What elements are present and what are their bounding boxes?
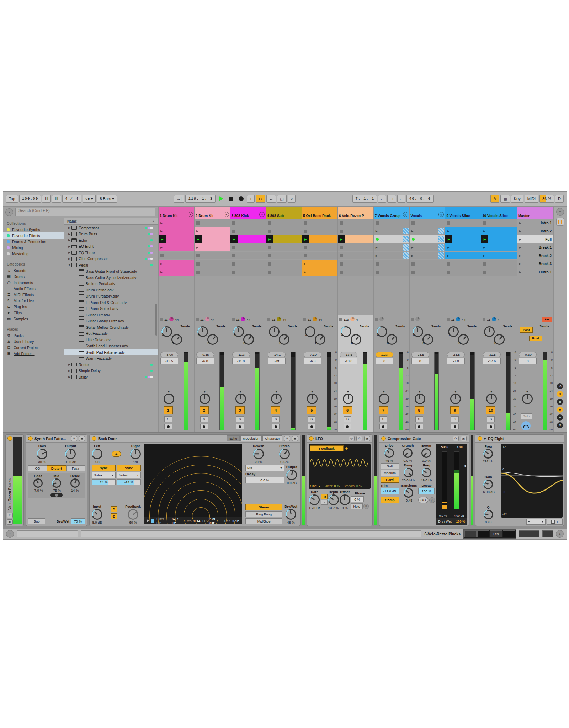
send-b-knob[interactable]: B [458, 334, 469, 345]
clip-slot[interactable]: ▶ [230, 235, 266, 243]
comp-button[interactable]: Comp [381, 497, 399, 503]
sidebar-item-instruments[interactable]: ◷Instruments [3, 279, 64, 285]
track-activator-button[interactable]: 8 [415, 406, 424, 414]
send-a-knob[interactable]: A [484, 326, 495, 337]
send-b-knob[interactable]: B [243, 334, 254, 345]
toggle-io[interactable]: IO [557, 383, 563, 389]
boom-value[interactable]: 0.0 % [422, 459, 431, 462]
rate-value[interactable]: 1.70 Hz [309, 506, 320, 510]
reverb-knob[interactable] [253, 449, 264, 459]
clip-slot[interactable] [410, 268, 445, 276]
track-badge-icon[interactable]: ▾ [224, 212, 229, 217]
track-activator-led[interactable] [7, 436, 12, 441]
mid-knob[interactable] [52, 478, 61, 488]
input-knob[interactable] [92, 509, 102, 520]
browser-folder-eq-three[interactable]: ▶EQ Three [64, 250, 158, 256]
track-activator-button[interactable]: 9 [450, 406, 459, 414]
eq-q-value[interactable]: 0.43 [485, 520, 492, 524]
clip-slot[interactable] [195, 260, 230, 268]
follow-button[interactable]: →| [174, 195, 185, 203]
volume-value[interactable]: -7.0 [447, 358, 465, 364]
track-activator-button[interactable]: 5 [307, 406, 316, 414]
caret-icon[interactable]: ▶ [67, 245, 71, 248]
sidebar-item-favourite-effects[interactable]: Favourite Effects [3, 232, 64, 239]
scene-menu-icon[interactable]: ≡ [556, 208, 564, 216]
caret-icon[interactable]: ▶ [67, 226, 71, 229]
clip-slot[interactable]: ▶ [481, 227, 517, 235]
track-activator-button[interactable]: 3 [235, 406, 245, 414]
offset-right-value[interactable]: -24 % [117, 479, 141, 485]
clip-slot[interactable]: ▶ [266, 235, 302, 243]
arm-button[interactable] [164, 424, 172, 429]
clip-slot[interactable] [302, 243, 337, 251]
crunch-value[interactable]: 0.0 % [403, 459, 412, 462]
save-preset-icon[interactable]: ▣ [292, 436, 298, 441]
clip-slot[interactable] [338, 268, 373, 276]
clip-slot[interactable] [338, 219, 373, 227]
scene-full[interactable]: ▶Full [517, 235, 553, 243]
browser-file-synth-lead-lushener-adv[interactable]: Synth Lead Lushener.adv [64, 343, 158, 349]
notes-left-menu[interactable]: Notes▼ [92, 472, 116, 478]
sidebar-item-mixing[interactable]: Mixing [3, 245, 64, 251]
caret-icon[interactable]: ▶ [67, 257, 71, 261]
save-preset-icon[interactable]: ▣ [7, 519, 13, 525]
clip-slot[interactable]: ▶ [481, 243, 517, 251]
sidebar-item-mastering[interactable]: Mastering [3, 251, 64, 257]
input-value[interactable]: 8.0 dB [92, 520, 102, 524]
mid-focus-toggle[interactable] [50, 493, 63, 497]
device-thumb-lfo[interactable]: LFO [490, 530, 502, 537]
cue-headphones-icon[interactable] [521, 421, 531, 430]
toggle-d[interactable]: D [557, 414, 563, 421]
scene-outro-1[interactable]: ▶Outro 1 [517, 268, 553, 276]
sidebar-item-midi-effects[interactable]: ≣MIDI Effects [3, 291, 64, 298]
browser-scrollbar[interactable] [155, 304, 157, 336]
arrangement-position-field[interactable]: 119. 1. 3 [185, 195, 215, 203]
master-pan-knob[interactable] [522, 394, 533, 404]
master-track-header[interactable]: Master [517, 207, 553, 219]
scene-break-2[interactable]: ▶Break 2 [517, 252, 553, 259]
scene-intro-2[interactable]: ▶Intro 2 [517, 227, 553, 235]
clip-slot[interactable] [445, 268, 481, 276]
browser-file-guitar-mellow-crunch-adv[interactable]: Guitar Mellow Crunch.adv [64, 324, 158, 331]
echo-mode-stereo[interactable]: Stereo [245, 504, 282, 510]
track-header[interactable]: 4 808 Sub [266, 207, 302, 219]
device-title[interactable]: LFO [315, 437, 323, 441]
clip-slot[interactable]: ▶ [159, 219, 194, 227]
clip-slot[interactable]: ▶ [445, 227, 481, 235]
peak-level-value[interactable]: -7.19 [304, 352, 321, 357]
cue-icon[interactable]: ∩ [429, 497, 435, 503]
eq-q-knob[interactable] [484, 510, 493, 519]
solo-button[interactable]: S [200, 416, 208, 422]
hot-swap-icon[interactable]: ⟳ [7, 513, 13, 518]
collapsed-track-panel[interactable]: Velo-Rezzo Plucks ⟳ ▣ [5, 434, 24, 526]
sidebar-item-audio-effects[interactable]: ≍Audio Effects [3, 285, 64, 291]
stereo-knob[interactable] [279, 449, 290, 459]
device-title[interactable]: Back Door [98, 437, 117, 441]
send-b-knob[interactable]: B [422, 334, 433, 345]
smooth-value[interactable]: 0 % [356, 484, 362, 488]
peak-level-value[interactable]: -13.5 [340, 352, 357, 357]
browser-file-e-piano-soloist-adv[interactable]: E-Piano Soloist.adv [64, 306, 158, 312]
device-on-led[interactable] [381, 436, 386, 441]
volume-value[interactable]: 0 [376, 358, 393, 364]
clip-slot[interactable]: ▶ [481, 235, 517, 243]
clip-slot[interactable]: ▶ [445, 243, 481, 251]
pedal-mode-fuzz[interactable]: Fuzz [66, 465, 85, 471]
send-b-post-button[interactable]: Post [529, 336, 542, 341]
clip-device-toggle-icon[interactable] [556, 218, 564, 226]
send-b-knob[interactable]: B [171, 334, 182, 345]
stereo-link-icon[interactable]: ◉ [112, 451, 121, 457]
phase-value[interactable]: 0 % [351, 496, 364, 502]
boom-knob[interactable] [421, 448, 431, 458]
clip-slot[interactable] [230, 243, 266, 251]
sync-left-button[interactable]: Sync [92, 465, 116, 471]
clip-slot[interactable] [410, 260, 445, 268]
left-time-knob[interactable] [92, 449, 102, 459]
pan-knob[interactable] [450, 394, 461, 404]
session-record-icon[interactable]: ⧟ [256, 195, 265, 203]
clip-slot[interactable]: ▶ [302, 268, 337, 276]
clip-slot[interactable] [374, 219, 409, 227]
clip-slot[interactable] [338, 252, 373, 259]
echo-output-knob[interactable] [286, 470, 297, 480]
stereo-value[interactable]: 125 % [280, 460, 289, 464]
